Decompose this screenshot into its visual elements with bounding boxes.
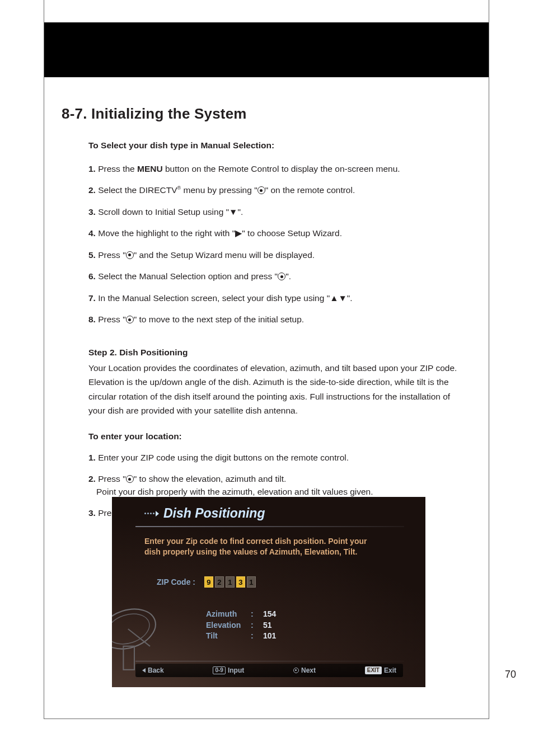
exit-button[interactable]: EXITExit [365,666,396,674]
step-3: 3. Scroll down to Initial Setup using "▼… [88,206,469,218]
step-2: 2. Select the DIRECTV® menu by pressing … [88,184,469,196]
zip-digit[interactable]: 3 [236,576,245,588]
step-6: 6. Select the Manual Selection option an… [88,270,469,283]
zip-label: ZIP Code : [157,577,195,586]
page-number: 70 [505,669,516,680]
tv-screenshot: Dish Positioning Enter your Zip code to … [112,497,425,687]
next-button[interactable]: Next [293,666,316,674]
enter-location-heading: To enter your location: [88,431,469,442]
zip-digit[interactable]: 1 [226,576,235,588]
digits-badge: 0-9 [213,666,225,674]
select-icon [126,316,134,323]
select-icon [126,475,134,483]
svg-point-0 [112,602,161,655]
zip-row: ZIP Code : 9 2 1 3 1 [157,576,256,588]
svg-point-1 [112,609,153,649]
exit-badge: EXIT [365,666,382,674]
step-1: 1. Press the MENU button on the Remote C… [88,163,469,175]
divider [135,661,404,661]
zip-digit[interactable]: 2 [215,576,224,588]
zip-digits[interactable]: 9 2 1 3 1 [204,576,256,588]
input-hint: 0-9Input [213,666,244,674]
coordinates: Azimuth:154 Elevation:51 Tilt:101 [206,609,276,642]
manual-selection-steps: 1. Press the MENU button on the Remote C… [88,163,469,326]
divider [135,526,404,527]
back-button[interactable]: Back [142,666,164,674]
select-icon [293,668,299,673]
step-8: 8. Press "" to move to the next step of … [88,313,469,326]
content-area: 8-7. Initializing the System To Select y… [62,105,476,529]
svg-line-2 [128,629,150,646]
tv-title: Dish Positioning [144,506,265,521]
manual-selection-heading: To Select your dish type in Manual Selec… [88,140,469,151]
section-title: 8-7. Initializing the System [62,105,476,123]
select-icon [126,251,134,259]
zip-digit[interactable]: 1 [247,576,256,588]
loc-step-1: 1. Enter your ZIP code using the digit b… [88,452,469,464]
svg-rect-3 [123,646,134,670]
tv-instruction: Enter your Zip code to find correct dish… [144,536,385,557]
step-7: 7. In the Manual Selection screen, selec… [88,292,469,304]
select-icon [278,273,285,280]
zip-digit[interactable]: 9 [204,576,213,588]
triangle-left-icon [142,668,146,673]
step2-heading: Step 2. Dish Positioning [88,348,469,358]
step2-paragraph: Your Location provides the coordinates o… [88,361,469,418]
tv-bottom-bar: Back 0-9Input Next EXITExit [135,664,403,677]
arrow-icon [144,511,159,516]
step-5: 5. Press "" and the Setup Wizard menu wi… [88,249,469,261]
step-4: 4. Move the highlight to the right with … [88,227,469,240]
select-icon [257,186,265,194]
loc-step-2: 2. Press "" to show the elevation, azimu… [88,473,469,498]
